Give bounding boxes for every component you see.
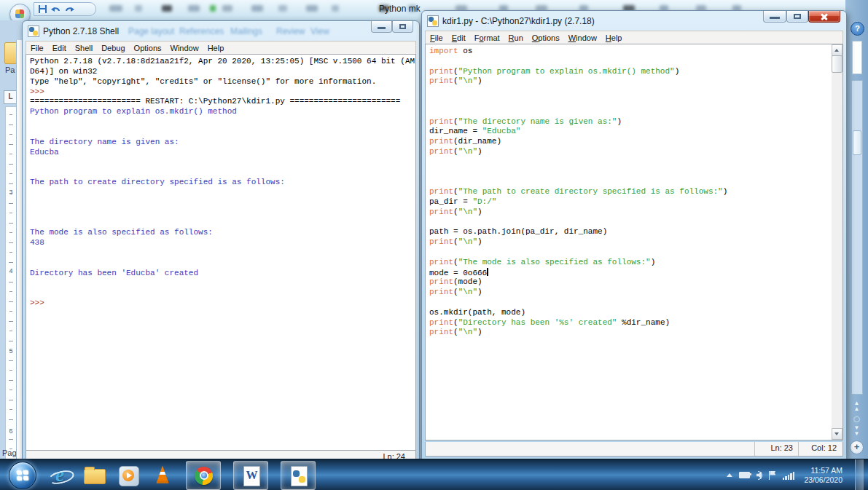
shell-line: >>> [30, 87, 415, 98]
start-button[interactable] [9, 462, 36, 489]
close-button[interactable] [808, 11, 840, 23]
code-line [429, 167, 832, 178]
code-line: os.mkdir(path, mode) [429, 308, 832, 318]
menu-help[interactable]: Help [203, 44, 229, 52]
shell-menubar: FileEditShellDebugOptionsWindowHelp [26, 41, 416, 55]
menu-shell[interactable]: Shell [71, 44, 97, 52]
code-line [429, 157, 832, 167]
word-icon: W [240, 465, 262, 486]
editor-titlebar[interactable]: kdir1.py - C:\Python27\kdir1.py (2.7.18) [422, 11, 846, 31]
python-taskbar-button[interactable] [281, 461, 316, 490]
editor-statusbar: Ln: 23 Col: 12 [425, 442, 843, 457]
menu-file[interactable]: File [26, 44, 48, 52]
shell-line [30, 288, 415, 299]
code-line [429, 107, 832, 117]
shell-line [30, 167, 415, 178]
save-icon[interactable] [39, 5, 47, 13]
code-line [429, 57, 832, 67]
word-window-right: ? ▲▲ ◯ ▼▼ + [845, 0, 868, 459]
idle-icon [427, 15, 439, 27]
code-line: print("Directory has been '%s' created" … [429, 318, 832, 328]
quick-access-toolbar[interactable] [34, 2, 96, 16]
shell-text-area[interactable]: Python 2.7.18 (v2.7.18:8d21aa21f2, Apr 2… [26, 54, 416, 451]
menu-run[interactable]: Run [504, 33, 528, 42]
code-line: print("The mode is also specified as fol… [429, 258, 832, 268]
internet-explorer-icon[interactable]: e [49, 465, 71, 486]
code-line: print("\n") [429, 147, 832, 157]
word-taskbar-button[interactable]: W [233, 461, 268, 490]
code-line [429, 177, 832, 187]
blurred-ribbon-tab: Page layout [128, 26, 174, 36]
word-title: Python mk [379, 4, 421, 14]
menu-edit[interactable]: Edit [447, 33, 470, 42]
menu-debug[interactable]: Debug [97, 44, 129, 52]
clock[interactable]: 11:57 AM 23/06/2020 [801, 466, 845, 485]
shell-line [30, 218, 415, 229]
menu-window[interactable]: Window [564, 33, 601, 42]
maximize-button[interactable] [392, 21, 413, 33]
media-player-icon[interactable] [117, 465, 139, 486]
code-line: print("\n") [429, 208, 832, 218]
show-hidden-icons-icon[interactable] [727, 473, 732, 477]
maximize-button[interactable] [786, 11, 808, 23]
horizontal-ruler-fragment [852, 41, 862, 74]
code-line: print("The path to create directory spec… [429, 187, 832, 197]
code-line: print(mode) [429, 277, 832, 288]
scroll-up-icon[interactable] [832, 44, 842, 56]
select-browse-object-icon[interactable]: ◯ [853, 416, 861, 422]
menu-options[interactable]: Options [528, 33, 564, 42]
shell-line [30, 208, 415, 218]
battery-icon[interactable] [739, 472, 750, 478]
code-line: print(dir_name) [429, 137, 832, 147]
office-logo-icon [15, 9, 24, 18]
zoom-in-button[interactable]: + [850, 440, 864, 454]
blurred-icon [162, 5, 172, 12]
show-desktop-button[interactable] [855, 459, 864, 490]
desktop: Python mk Pa L 3456 Pag ? ▲▲ ◯ ▼▼ + Pyth… [0, 0, 868, 490]
minimize-button[interactable] [763, 11, 786, 23]
shell-line: Python 2.7.18 (v2.7.18:8d21aa21f2, Apr 2… [30, 57, 415, 67]
shell-line [30, 258, 415, 269]
ruler-number: 6 [6, 427, 16, 435]
editor-scrollbar[interactable] [832, 44, 843, 440]
shell-line [30, 279, 415, 289]
menu-edit[interactable]: Edit [48, 44, 71, 52]
help-icon[interactable]: ? [851, 22, 864, 36]
vlc-icon[interactable] [152, 465, 173, 486]
shell-titlebar[interactable]: Python 2.7.18 Shell Page layoutReference… [23, 21, 419, 41]
volume-icon[interactable] [756, 471, 762, 480]
shell-line [30, 248, 415, 258]
undo-icon[interactable] [51, 6, 60, 13]
action-center-flag-icon[interactable] [769, 471, 776, 480]
shell-line: >>> [30, 299, 415, 309]
menu-options[interactable]: Options [130, 44, 166, 52]
windows-explorer-icon[interactable] [83, 465, 105, 486]
paste-label: Pa [5, 66, 15, 74]
next-page-icon[interactable]: ▼▼ [853, 425, 861, 437]
menu-format[interactable]: Format [470, 33, 504, 42]
shell-line: Type "help", "copyright", "credits" or "… [30, 77, 415, 87]
menu-window[interactable]: Window [166, 44, 203, 52]
scrollbar-thumb[interactable] [832, 55, 842, 73]
scroll-down-icon[interactable] [832, 428, 842, 440]
word-scrollbar-thumb[interactable] [853, 130, 861, 155]
blurred-icon [332, 5, 339, 12]
previous-page-icon[interactable]: ▲▲ [853, 400, 861, 412]
blurred-ribbon-tab: References [179, 26, 224, 36]
code-editor-area[interactable]: import os print("Python program to expla… [425, 44, 832, 440]
menu-file[interactable]: File [426, 33, 447, 42]
minimize-button[interactable] [371, 21, 392, 33]
shell-line [30, 198, 415, 208]
editor-window: kdir1.py - C:\Python27\kdir1.py (2.7.18)… [421, 10, 847, 460]
menu-help[interactable]: Help [601, 33, 627, 42]
shell-line: Python program to explain os.mkdir() met… [30, 107, 415, 117]
word-scrollbar[interactable] [851, 80, 863, 395]
word-status-page: Pag [2, 448, 17, 457]
redo-icon[interactable] [65, 6, 74, 13]
blurred-ribbon-tab: Review [276, 26, 305, 36]
shell-line: The path to create directory specified i… [30, 178, 415, 188]
network-signal-icon[interactable] [783, 471, 795, 480]
chrome-taskbar-button[interactable] [186, 461, 221, 490]
blurred-icon [188, 5, 200, 12]
blurred-ribbon-tab: View [310, 26, 329, 36]
